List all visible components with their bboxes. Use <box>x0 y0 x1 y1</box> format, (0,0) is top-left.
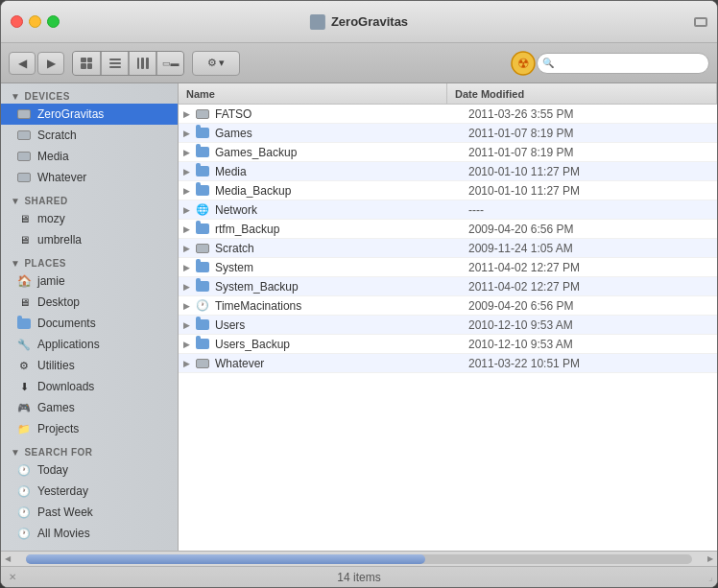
sidebar-item-jamie[interactable]: 🏠 jamie <box>1 270 178 292</box>
past-week-label: Past Week <box>37 506 93 519</box>
sidebar-item-all-movies[interactable]: 🕐 All Movies <box>1 523 178 544</box>
list-view-button[interactable] <box>101 52 128 75</box>
row-disclosure-arrow[interactable]: ▶ <box>179 340 194 349</box>
sidebar-item-downloads[interactable]: ⬇ Downloads <box>1 376 178 397</box>
row-disclosure-arrow[interactable]: ▶ <box>179 109 194 119</box>
search-wrapper <box>537 53 709 74</box>
column-view-button[interactable] <box>129 52 156 75</box>
sidebar-item-utilities[interactable]: ⚙ Utilities <box>1 355 178 376</box>
devices-triangle: ▼ <box>11 91 20 102</box>
sidebar-item-whatever[interactable]: Whatever <box>1 167 178 188</box>
applications-label: Applications <box>37 338 100 351</box>
row-disclosure-arrow[interactable]: ▶ <box>179 129 194 138</box>
file-row[interactable]: ▶Users_Backup2010-12-10 9:53 AM <box>179 335 717 354</box>
sidebar-item-games[interactable]: 🎮 Games <box>1 397 178 418</box>
row-file-icon <box>194 317 211 334</box>
maximize-button[interactable] <box>47 15 60 28</box>
row-disclosure-arrow[interactable]: ▶ <box>179 205 194 215</box>
file-row[interactable]: ▶Media2010-01-10 11:27 PM <box>179 162 717 181</box>
scroll-thumb[interactable] <box>26 554 425 564</box>
downloads-icon: ⬇ <box>16 379 32 394</box>
sidebar-item-today[interactable]: 🕐 Today <box>1 459 178 481</box>
row-file-icon <box>194 336 211 353</box>
file-row[interactable]: ▶🕐TimeMacinations2009-04-20 6:56 PM <box>179 296 717 316</box>
row-disclosure-arrow[interactable]: ▶ <box>179 320 194 330</box>
row-disclosure-arrow[interactable]: ▶ <box>179 167 194 176</box>
row-filename: Games <box>211 127 461 140</box>
row-disclosure-arrow[interactable]: ▶ <box>179 148 194 157</box>
documents-label: Documents <box>37 317 96 330</box>
file-row[interactable]: ▶System2011-04-02 12:27 PM <box>179 258 717 277</box>
row-disclosure-arrow[interactable]: ▶ <box>179 282 194 292</box>
file-row[interactable]: ▶Scratch2009-11-24 1:05 AM <box>179 239 717 258</box>
file-row[interactable]: ▶Media_Backup2010-01-10 11:27 PM <box>179 181 717 200</box>
whatever-icon <box>16 170 32 185</box>
row-file-icon <box>194 163 211 180</box>
icon-view-icon <box>81 58 92 69</box>
row-disclosure-arrow[interactable]: ▶ <box>179 244 194 253</box>
row-disclosure-arrow[interactable]: ▶ <box>179 359 194 368</box>
umbrella-icon: 🖥 <box>16 232 32 247</box>
all-movies-label: All Movies <box>37 527 90 540</box>
scroll-left-arrow[interactable]: ◀ <box>5 554 11 563</box>
devices-section-header[interactable]: ▼ DEVICES <box>1 83 178 104</box>
applications-icon: 🔧 <box>16 337 32 352</box>
column-header-name[interactable]: Name <box>179 83 447 104</box>
sidebar-item-mozy[interactable]: 🖥 mozy <box>1 208 178 229</box>
sidebar-item-yesterday[interactable]: 🕐 Yesterday <box>1 481 178 502</box>
file-row[interactable]: ▶Games2011-01-07 8:19 PM <box>179 124 717 143</box>
scroll-track[interactable] <box>26 554 692 564</box>
row-file-icon <box>194 278 211 295</box>
jamie-label: jamie <box>37 274 65 288</box>
close-button[interactable] <box>11 15 23 28</box>
row-filename: System <box>211 261 461 274</box>
sidebar-item-documents[interactable]: Documents <box>1 313 178 334</box>
action-button[interactable]: ⚙ ▾ <box>192 51 240 76</box>
row-filename: Whatever <box>211 357 461 370</box>
past-week-icon: 🕐 <box>16 505 32 520</box>
column-header-date[interactable]: Date Modified <box>447 83 717 104</box>
burn-icon: ☢ <box>510 50 537 77</box>
file-row[interactable]: ▶Games_Backup2011-01-07 8:19 PM <box>179 143 717 162</box>
file-row[interactable]: ▶🌐Network---- <box>179 200 717 220</box>
window-icon <box>310 14 325 30</box>
cover-flow-button[interactable]: ▭▬ <box>156 52 183 75</box>
row-disclosure-arrow[interactable]: ▶ <box>179 186 194 196</box>
scroll-right-arrow[interactable]: ▶ <box>707 554 713 563</box>
zoom-control[interactable] <box>694 17 707 27</box>
file-row[interactable]: ▶System_Backup2011-04-02 12:27 PM <box>179 277 717 296</box>
shared-label: SHARED <box>24 196 67 206</box>
places-section-header[interactable]: ▼ PLACES <box>1 250 178 270</box>
sidebar-item-past-week[interactable]: 🕐 Past Week <box>1 502 178 523</box>
file-row[interactable]: ▶rtfm_Backup2009-04-20 6:56 PM <box>179 220 717 239</box>
forward-button[interactable]: ▶ <box>37 52 64 75</box>
svg-text:☢: ☢ <box>517 56 530 71</box>
resize-handle[interactable]: ⌟ <box>708 572 713 582</box>
row-disclosure-arrow[interactable]: ▶ <box>179 224 194 234</box>
row-disclosure-arrow[interactable]: ▶ <box>179 263 194 272</box>
sidebar-item-zerogravitas[interactable]: ZeroGravitas <box>1 104 178 125</box>
titlebar: ZeroGravitas <box>1 1 717 43</box>
icon-view-button[interactable] <box>73 52 100 75</box>
status-close-button[interactable]: ✕ <box>9 572 16 582</box>
sidebar-item-applications[interactable]: 🔧 Applications <box>1 334 178 355</box>
search-input[interactable] <box>537 53 709 74</box>
row-disclosure-arrow[interactable]: ▶ <box>179 301 194 311</box>
sidebar-item-scratch[interactable]: Scratch <box>1 125 178 146</box>
sidebar-item-umbrella[interactable]: 🖥 umbrella <box>1 229 178 250</box>
back-button[interactable]: ◀ <box>9 52 36 75</box>
minimize-button[interactable] <box>29 15 41 28</box>
utilities-icon: ⚙ <box>16 358 32 373</box>
file-row[interactable]: ▶Users2010-12-10 9:53 AM <box>179 316 717 335</box>
sidebar-item-desktop[interactable]: 🖥 Desktop <box>1 292 178 313</box>
cover-flow-icon: ▭▬ <box>162 59 180 68</box>
search-for-section-header[interactable]: ▼ SEARCH FOR <box>1 439 178 459</box>
sidebar-scroll[interactable]: ▼ DEVICES ZeroGravitas Scratch Media <box>1 83 178 551</box>
sidebar-item-media[interactable]: Media <box>1 146 178 167</box>
sidebar-item-projects[interactable]: 📁 Projects <box>1 418 178 439</box>
file-row[interactable]: ▶Whatever2011-03-22 10:51 PM <box>179 354 717 373</box>
horizontal-scrollbar: ◀ ▶ <box>1 551 717 566</box>
file-row[interactable]: ▶FATSO2011-03-26 3:55 PM <box>179 105 717 124</box>
shared-section-header[interactable]: ▼ SHARED <box>1 188 178 208</box>
desktop-label: Desktop <box>37 295 80 309</box>
